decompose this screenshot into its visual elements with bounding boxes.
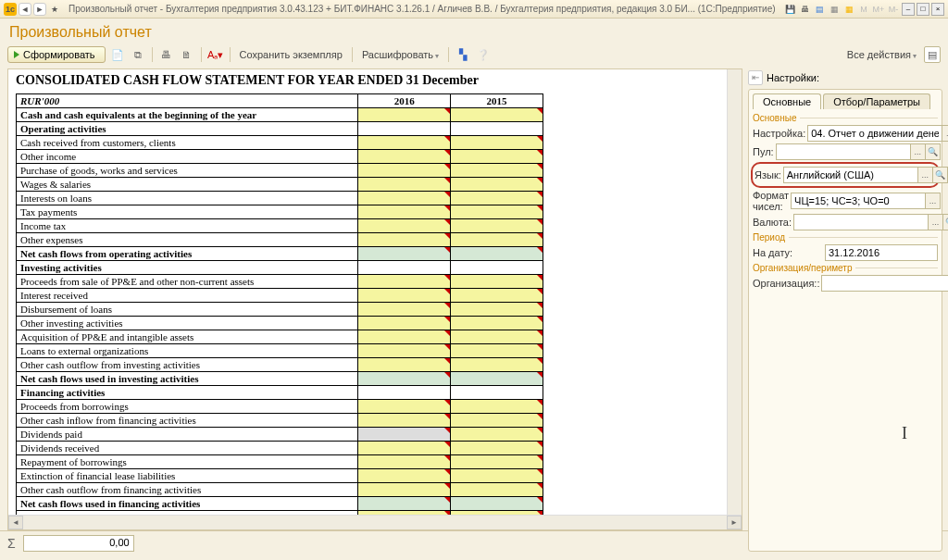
m-icon[interactable]: M: [857, 3, 870, 16]
value-cell[interactable]: [358, 219, 451, 233]
collapse-panel-icon[interactable]: ⇤: [748, 70, 763, 85]
org-input[interactable]: [822, 276, 948, 291]
value-cell[interactable]: [358, 205, 451, 219]
value-cell[interactable]: [358, 178, 451, 192]
lang-field[interactable]: ...🔍: [783, 167, 948, 183]
save-icon[interactable]: 💾: [783, 3, 796, 16]
value-cell[interactable]: [358, 455, 451, 469]
doc-icon[interactable]: ▤: [813, 3, 826, 16]
value-cell[interactable]: [451, 233, 543, 247]
value-cell[interactable]: [358, 469, 451, 483]
copy-icon[interactable]: ⧉: [130, 46, 146, 63]
new-icon[interactable]: 📄: [109, 46, 126, 63]
pool-input[interactable]: [777, 144, 910, 159]
value-cell[interactable]: [451, 372, 543, 386]
value-cell[interactable]: [358, 344, 451, 358]
ellipsis-button[interactable]: ...: [928, 215, 942, 230]
value-cell[interactable]: [451, 289, 543, 303]
ellipsis-button[interactable]: ...: [910, 144, 925, 159]
scroll-left-button[interactable]: ◄: [8, 516, 23, 529]
m-plus-icon[interactable]: M+: [872, 3, 885, 16]
value-cell[interactable]: [451, 428, 543, 442]
value-cell[interactable]: [451, 136, 543, 150]
value-cell[interactable]: [451, 400, 543, 414]
value-cell[interactable]: [451, 511, 543, 516]
value-cell[interactable]: [358, 358, 451, 372]
all-actions-link[interactable]: Все действия: [843, 47, 920, 62]
close-button[interactable]: ×: [931, 3, 944, 16]
horizontal-scrollbar[interactable]: ◄ ►: [8, 515, 742, 529]
maximize-button[interactable]: □: [917, 3, 929, 16]
value-cell[interactable]: [451, 414, 543, 428]
currency-field[interactable]: ...🔍: [793, 214, 948, 230]
value-cell[interactable]: [451, 205, 543, 219]
setting-input[interactable]: [808, 126, 942, 141]
currency-input[interactable]: [794, 215, 928, 230]
value-cell[interactable]: [451, 178, 543, 192]
nav-fwd-icon[interactable]: ►: [33, 3, 46, 16]
print-tool-icon[interactable]: 🖶: [158, 46, 175, 63]
vertical-scrollbar[interactable]: [727, 69, 742, 515]
value-cell[interactable]: [451, 303, 543, 317]
value-cell[interactable]: [451, 122, 543, 136]
pool-field[interactable]: ...🔍: [776, 143, 941, 160]
value-cell[interactable]: [451, 150, 543, 164]
value-cell[interactable]: [451, 497, 543, 511]
decode-link[interactable]: Расшифровать: [358, 47, 443, 62]
search-button[interactable]: 🔍: [925, 144, 940, 159]
nav-back-icon[interactable]: ◄: [19, 3, 31, 16]
value-cell[interactable]: [358, 483, 451, 497]
favorite-icon[interactable]: ★: [48, 3, 61, 16]
date-input[interactable]: [826, 245, 948, 260]
minimize-button[interactable]: –: [902, 3, 915, 16]
value-cell[interactable]: [358, 303, 451, 317]
date-field[interactable]: ▦: [825, 244, 938, 261]
value-cell[interactable]: [358, 233, 451, 247]
value-cell[interactable]: [358, 122, 451, 136]
value-cell[interactable]: [358, 428, 451, 442]
m-minus-icon[interactable]: M-: [887, 3, 900, 16]
settings-toggle-icon[interactable]: ▤: [924, 46, 941, 63]
value-cell[interactable]: [451, 330, 543, 344]
value-cell[interactable]: [358, 150, 451, 164]
value-cell[interactable]: [358, 400, 451, 414]
value-cell[interactable]: [451, 344, 543, 358]
ellipsis-button[interactable]: ...: [942, 126, 948, 141]
tab-main[interactable]: Основные: [753, 93, 821, 109]
value-cell[interactable]: [358, 136, 451, 150]
value-cell[interactable]: [451, 261, 543, 275]
save-copy-link[interactable]: Сохранить экземпляр: [236, 47, 346, 62]
value-cell[interactable]: [358, 511, 451, 516]
value-cell[interactable]: [451, 386, 543, 400]
numfmt-input[interactable]: [792, 193, 925, 208]
value-cell[interactable]: [358, 275, 451, 289]
search-button[interactable]: 🔍: [942, 215, 948, 230]
calc-icon[interactable]: ▦: [828, 3, 841, 16]
help-icon[interactable]: ❔: [475, 46, 492, 63]
calendar-icon[interactable]: ▦: [842, 3, 855, 16]
value-cell[interactable]: [358, 414, 451, 428]
lang-input[interactable]: [784, 168, 917, 182]
search-button[interactable]: 🔍: [932, 168, 947, 182]
value-cell[interactable]: [451, 192, 543, 205]
value-cell[interactable]: [451, 275, 543, 289]
tab-params[interactable]: Отбор/Параметры: [823, 93, 930, 109]
value-cell[interactable]: [358, 108, 451, 122]
value-cell[interactable]: [358, 247, 451, 261]
value-cell[interactable]: [451, 483, 543, 497]
ellipsis-button[interactable]: ...: [917, 168, 932, 182]
report-scroll[interactable]: CONSOLIDATED CASH FLOW STATEMENT FOR YEA…: [8, 69, 742, 515]
scroll-right-button[interactable]: ►: [727, 516, 742, 529]
value-cell[interactable]: [358, 261, 451, 275]
ellipsis-button[interactable]: ...: [925, 193, 940, 208]
value-cell[interactable]: [451, 455, 543, 469]
value-cell[interactable]: [451, 442, 543, 455]
value-cell[interactable]: [358, 372, 451, 386]
value-cell[interactable]: [358, 289, 451, 303]
numfmt-field[interactable]: ...: [791, 193, 941, 209]
preview-icon[interactable]: 🗎: [179, 46, 195, 63]
generate-button[interactable]: Сформировать: [7, 46, 106, 63]
org-field[interactable]: ...×: [821, 275, 948, 292]
value-cell[interactable]: [358, 317, 451, 330]
value-cell[interactable]: [451, 317, 543, 330]
